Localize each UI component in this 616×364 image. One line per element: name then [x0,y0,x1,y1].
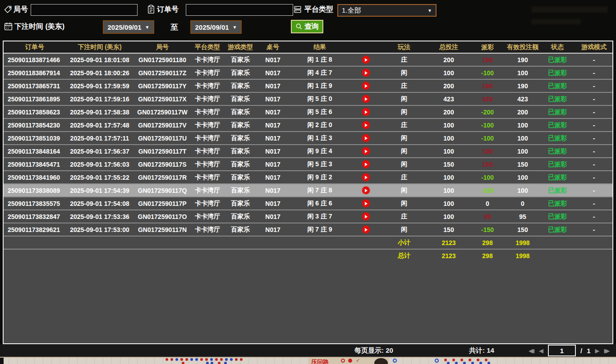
question-road-label: 压问路 [311,358,329,364]
replay-video-icon[interactable] [362,121,370,129]
cell-order-number: 250901173845471 [4,158,66,171]
cell-order-number: 250901173848164 [4,145,66,158]
table-row[interactable]: 2509011738481642025-09-01 17:56:37GN0172… [4,145,613,158]
subtotal-row-cell [224,236,257,249]
replay-video-icon[interactable] [362,160,370,168]
date-to-picker[interactable]: 2025/09/01 ▼ [190,20,242,34]
table-row[interactable]: 2509011838714662025-09-01 18:01:08GN0172… [4,53,613,66]
grand-total-row-cell [133,249,191,262]
table-row[interactable]: 2509011738454712025-09-01 17:56:03GN0172… [4,158,613,171]
cell-valid-bet: 190 [505,53,540,66]
cell-order-number: 250901173854230 [4,118,66,132]
grand-total-row-cell [540,249,575,262]
replay-video-icon[interactable] [362,147,370,155]
cell-bet-time: 2025-09-01 17:56:03 [66,158,133,171]
replay-video-icon[interactable] [362,108,370,116]
cell-round-number: GN01725901180 [133,53,191,66]
cell-status: 已派彩 [540,132,575,145]
table-row[interactable]: 2509011738618952025-09-01 17:59:16GN0172… [4,92,613,105]
table-row[interactable]: 2509011738542302025-09-01 17:57:48GN0172… [4,118,613,132]
replay-video-icon[interactable] [362,187,370,194]
roadmap-dot [180,358,183,361]
replay-video-icon[interactable] [362,173,370,181]
table-row[interactable]: 2509011738380892025-09-01 17:54:39GN0172… [4,184,613,197]
column-header: 下注时间 (美东) [66,41,133,53]
next-page-button[interactable]: ▶ [595,348,600,354]
cell-result: 闲 7 庄 8 [289,184,351,197]
cell-total-bet: 100 [428,197,470,210]
cell-platform-type: 卡卡湾厅 [191,132,224,145]
grand-total-row-cell: 1998 [505,249,540,262]
table-row[interactable]: 2509011738586232025-09-01 17:58:38GN0172… [4,105,613,118]
table-row[interactable]: 2509011738419602025-09-01 17:55:22GN0172… [4,171,613,184]
cell-game-type: 百家乐 [224,79,257,92]
cell-table-number: N017 [257,158,289,171]
platform-type-select[interactable]: 1.全部 ▼ [337,4,437,17]
grand-total-row-cell: 总计 [381,249,428,262]
order-no-input[interactable] [186,4,293,16]
table-row[interactable]: 2509011738355752025-09-01 17:54:08GN0172… [4,197,613,210]
column-header: 状态 [540,41,575,53]
search-button[interactable]: 查询 [291,20,323,33]
grand-total-row-cell [66,249,133,262]
last-page-button[interactable]: ▶▶ [604,348,610,354]
bet-records-table: 订单号下注时间 (美东)局号平台类型游戏类型桌号结果玩法总投注派彩有效投注额状态… [4,41,613,262]
page-number-input[interactable] [548,345,576,356]
chevron-down-icon: ▼ [428,8,432,13]
cell-valid-bet: 423 [505,92,540,105]
replay-icon [351,184,381,197]
cell-result: 闲 4 庄 7 [289,66,351,79]
cell-result: 闲 6 庄 6 [289,197,351,210]
table-row[interactable]: 2509011738657312025-09-01 17:59:59GN0172… [4,79,613,92]
cell-payout: -100 [470,66,505,79]
pagination-bar: 每页显示: 20 共计: 14 ◀◀ ◀ / 1 ▶ ▶▶ [0,344,616,357]
cell-bet-time: 2025-09-01 17:53:00 [66,223,133,236]
replay-video-icon[interactable] [362,200,370,207]
tag-icon [4,5,13,14]
cell-result: 闲 7 庄 9 [289,223,351,236]
cell-total-bet: 150 [428,223,470,236]
round-no-input[interactable] [31,4,138,16]
table-row[interactable]: 2509011738510392025-09-01 17:57:11GN0172… [4,132,613,145]
cell-status: 已派彩 [540,197,575,210]
cell-round-number: GN0172590117X [133,92,191,105]
table-row[interactable]: 2509011738296212025-09-01 17:53:00GN0172… [4,223,613,236]
subtotal-row-cell [575,236,613,249]
cell-result: 闲 5 庄 6 [289,105,351,118]
cell-platform-type: 卡卡湾厅 [191,92,224,105]
cell-order-number: 250901183867914 [4,66,66,79]
table-row[interactable]: 2509011838679142025-09-01 18:00:26GN0172… [4,66,613,79]
date-from-picker[interactable]: 2025/09/01 ▼ [103,20,154,34]
column-header: 结果 [289,41,351,53]
column-header: 玩法 [381,41,428,53]
banker-ring-icon [341,359,345,363]
replay-video-icon[interactable] [362,213,370,220]
replay-video-icon[interactable] [362,95,370,103]
replay-video-icon[interactable] [362,134,370,142]
first-page-button[interactable]: ◀◀ [529,348,534,354]
cell-round-number: GN0172590117S [133,158,191,171]
replay-video-icon[interactable] [362,82,370,90]
cell-order-number: 250901173851039 [4,132,66,145]
prev-page-button[interactable]: ◀ [539,348,543,354]
grand-total-row-cell [257,249,289,262]
cell-status: 已派彩 [540,158,575,171]
replay-video-icon[interactable] [362,69,370,77]
roadmap-dot [230,358,233,361]
replay-video-icon[interactable] [362,226,370,233]
cell-platform-type: 卡卡湾厅 [191,223,224,236]
cell-platform-type: 卡卡湾厅 [191,184,224,197]
cell-game-type: 百家乐 [224,184,257,197]
bet-time-label: 下注时间 (美东) [14,22,64,32]
roadmap-dot [200,358,203,361]
subtotal-row-cell [257,236,289,249]
cell-game-mode: - [575,197,613,210]
cell-valid-bet: 100 [505,145,540,158]
replay-video-icon[interactable] [362,56,370,64]
replay-icon [351,53,381,66]
cell-order-number: 250901173861895 [4,92,66,105]
roadmap-dot [206,362,209,364]
table-row[interactable]: 2509011738328472025-09-01 17:53:36GN0172… [4,210,613,223]
cell-game-mode: - [575,171,613,184]
strip-dark-edge [0,358,4,364]
